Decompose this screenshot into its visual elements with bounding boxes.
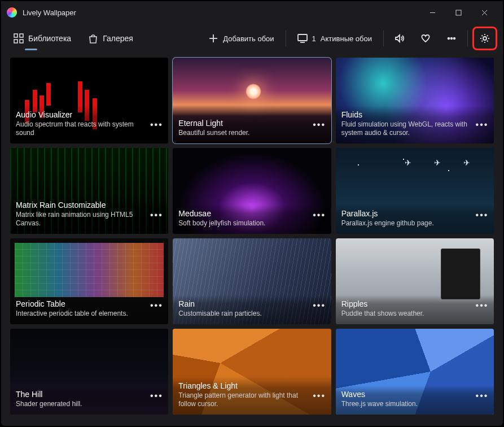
card-menu-button[interactable]: ••• bbox=[312, 117, 327, 132]
more-horizontal-icon: ••• bbox=[150, 120, 163, 130]
wallpaper-card[interactable]: Matrix Rain Customizable Matrix like rai… bbox=[10, 148, 168, 234]
more-button[interactable] bbox=[440, 28, 463, 49]
svg-point-14 bbox=[454, 38, 455, 40]
wallpaper-desc: Customisable rain particles. bbox=[178, 310, 308, 319]
card-menu-button[interactable]: ••• bbox=[312, 389, 327, 403]
wallpaper-title: Parallax.js bbox=[341, 209, 471, 218]
window-close-button[interactable] bbox=[471, 4, 497, 21]
more-horizontal-icon: ••• bbox=[476, 391, 489, 401]
wallpaper-title: Ripples bbox=[341, 299, 471, 308]
maximize-icon bbox=[455, 10, 462, 16]
tab-gallery[interactable]: Галерея bbox=[81, 29, 140, 48]
active-wallpapers-button[interactable]: 1 Активные обои bbox=[291, 29, 379, 48]
wallpaper-card[interactable]: Medusae Soft body jellyfish simulation. … bbox=[173, 148, 331, 234]
volume-icon bbox=[395, 33, 405, 43]
more-horizontal-icon: ••• bbox=[313, 120, 326, 130]
wallpaper-desc: Fluid simulation using WebGL, reacts wit… bbox=[341, 120, 471, 138]
wallpaper-desc: Soft body jellyfish simulation. bbox=[178, 219, 308, 228]
card-menu-button[interactable]: ••• bbox=[149, 389, 164, 403]
card-menu-button[interactable]: ••• bbox=[475, 298, 489, 313]
wallpaper-title: Waves bbox=[341, 390, 471, 399]
wallpaper-desc: Matrix like rain animation using HTML5 C… bbox=[16, 211, 146, 228]
titlebar: Lively Wallpaper bbox=[1, 1, 503, 24]
wallpaper-title: Triangles & Light bbox=[178, 381, 308, 390]
card-menu-button[interactable]: ••• bbox=[475, 208, 489, 223]
wallpaper-card[interactable]: 29° Ripples Puddle that shows weather. •… bbox=[336, 238, 494, 324]
wallpaper-desc: Interactive periodic table of elements. bbox=[16, 310, 146, 319]
add-wallpaper-label: Добавить обои bbox=[223, 34, 274, 43]
tab-library-label: Библиотека bbox=[28, 34, 71, 43]
more-horizontal-icon: ••• bbox=[313, 391, 326, 401]
wallpaper-card[interactable]: Waves Three.js wave simulation. ••• bbox=[336, 329, 494, 415]
wallpaper-desc: Shader generated hill. bbox=[16, 400, 146, 409]
card-menu-button[interactable]: ••• bbox=[149, 298, 164, 313]
card-menu-button[interactable]: ••• bbox=[475, 389, 489, 403]
more-horizontal-icon: ••• bbox=[313, 210, 326, 220]
weather-widget: 29° bbox=[461, 255, 475, 267]
svg-rect-10 bbox=[298, 34, 307, 41]
wallpaper-desc: Puddle that shows weather. bbox=[341, 310, 471, 319]
more-horizontal-icon: ••• bbox=[476, 120, 489, 130]
divider bbox=[383, 30, 384, 46]
monitor-icon bbox=[297, 33, 308, 43]
grid-icon bbox=[14, 33, 24, 43]
window-maximize-button[interactable] bbox=[445, 4, 471, 21]
app-window: Lively Wallpaper Библиотека Галерея Доба… bbox=[0, 0, 504, 427]
more-horizontal-icon: ••• bbox=[476, 210, 489, 220]
wallpaper-desc: Three.js wave simulation. bbox=[341, 400, 471, 409]
wallpaper-card[interactable]: The Hill Shader generated hill. ••• bbox=[10, 329, 168, 415]
tab-library[interactable]: Библиотека bbox=[7, 29, 78, 48]
window-minimize-button[interactable] bbox=[419, 4, 445, 21]
toolbar: Библиотека Галерея Добавить обои 1 Актив… bbox=[1, 24, 503, 53]
wallpaper-card[interactable]: Fluids Fluid simulation using WebGL, rea… bbox=[336, 58, 494, 143]
volume-button[interactable] bbox=[388, 28, 411, 49]
svg-rect-6 bbox=[14, 40, 17, 43]
wallpaper-desc: Triangle pattern generator with light th… bbox=[178, 391, 308, 409]
bag-icon bbox=[88, 33, 98, 43]
wallpaper-title: Periodic Table bbox=[16, 299, 146, 308]
wallpaper-card[interactable]: Periodic Table Interactive periodic tabl… bbox=[10, 238, 168, 324]
plus-icon bbox=[208, 33, 218, 43]
close-icon bbox=[481, 10, 488, 16]
favorites-button[interactable] bbox=[414, 28, 437, 49]
divider bbox=[286, 30, 286, 46]
svg-point-13 bbox=[451, 38, 453, 40]
more-horizontal-icon: ••• bbox=[313, 300, 326, 311]
wallpaper-title: Audio Visualizer bbox=[16, 110, 146, 119]
svg-point-12 bbox=[448, 38, 450, 40]
active-wallpapers-count: 1 bbox=[312, 34, 316, 43]
add-wallpaper-button[interactable]: Добавить обои bbox=[201, 29, 281, 48]
card-menu-button[interactable]: ••• bbox=[312, 298, 327, 313]
wallpaper-card[interactable]: Parallax.js Parallax.js engine github pa… bbox=[336, 148, 494, 234]
wallpaper-desc: Beautiful sunset render. bbox=[178, 129, 308, 138]
svg-rect-4 bbox=[14, 34, 17, 37]
divider bbox=[467, 30, 468, 46]
wallpaper-title: Rain bbox=[178, 299, 308, 308]
wallpaper-desc: Parallax.js engine github page. bbox=[341, 219, 471, 228]
card-menu-button[interactable]: ••• bbox=[475, 117, 489, 132]
app-icon bbox=[7, 7, 17, 18]
card-menu-button[interactable]: ••• bbox=[149, 208, 164, 223]
wallpaper-title: The Hill bbox=[16, 390, 146, 399]
wallpaper-title: Fluids bbox=[341, 110, 471, 119]
wallpaper-card[interactable]: Triangles & Light Triangle pattern gener… bbox=[173, 329, 331, 415]
wallpaper-card[interactable]: Rain Customisable rain particles. ••• bbox=[173, 238, 331, 324]
svg-rect-1 bbox=[456, 10, 461, 15]
wallpaper-title: Matrix Rain Customizable bbox=[16, 201, 146, 210]
wallpaper-card[interactable]: Audio Visualizer Audio spectrum that rea… bbox=[10, 58, 168, 143]
wallpaper-title: Medusae bbox=[178, 209, 308, 218]
weather-temp: 29° bbox=[461, 255, 475, 267]
card-menu-button[interactable]: ••• bbox=[149, 117, 164, 132]
more-horizontal-icon: ••• bbox=[150, 391, 163, 401]
heart-icon bbox=[420, 33, 431, 43]
wallpaper-card[interactable]: Eternal Light Beautiful sunset render. •… bbox=[173, 58, 331, 143]
wallpaper-grid: Audio Visualizer Audio spectrum that rea… bbox=[1, 53, 503, 426]
svg-rect-7 bbox=[20, 40, 23, 43]
card-menu-button[interactable]: ••• bbox=[312, 208, 327, 223]
active-wallpapers-label: Активные обои bbox=[321, 34, 372, 43]
more-horizontal-icon: ••• bbox=[150, 300, 163, 311]
settings-button[interactable] bbox=[472, 27, 497, 50]
gear-icon bbox=[480, 33, 490, 43]
wallpaper-desc: Audio spectrum that reacts with system s… bbox=[16, 120, 146, 138]
app-title: Lively Wallpaper bbox=[23, 8, 76, 17]
